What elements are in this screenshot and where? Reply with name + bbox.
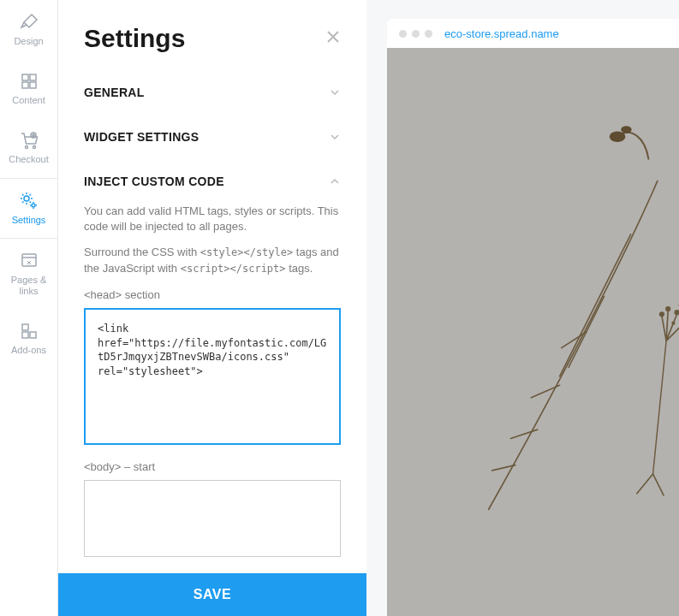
section-title: INJECT CUSTOM CODE [84,175,224,188]
browser-bar: eco-store.spread.name [387,19,679,48]
dot-icon [425,30,432,38]
svg-rect-10 [22,254,36,266]
inject-section-body: You can add valid HTML tags, styles or s… [58,204,366,578]
dot-icon [399,30,407,38]
sidebar-item-label: Pages & links [3,275,54,297]
sidebar-item-pages[interactable]: Pages & links [0,239,57,309]
svg-point-19 [659,311,664,317]
sidebar-item-label: Add-ons [11,345,46,356]
url-display: eco-store.spread.name [444,27,559,40]
svg-rect-1 [30,74,36,80]
brush-icon [19,12,39,33]
close-button[interactable] [325,29,341,48]
svg-point-5 [33,146,35,149]
sidebar-item-design[interactable]: Design [0,0,57,59]
sidebar-item-checkout[interactable]: $ Checkout [0,118,57,177]
svg-point-22 [671,322,675,325]
window-dots [399,30,432,38]
preview-pane: eco-store.spread.name [366,0,679,616]
svg-point-9 [32,204,35,207]
svg-rect-0 [22,74,28,80]
svg-rect-12 [22,324,28,330]
gear-icon [19,191,39,211]
section-title: GENERAL [84,86,145,99]
panel-title: Settings [84,24,185,53]
plant-illustration [387,48,679,616]
svg-rect-14 [30,332,36,338]
sidebar-item-label: Design [14,36,43,47]
sidebar-item-label: Checkout [9,154,48,165]
preview-image [387,48,679,616]
close-icon [325,29,341,44]
inject-desc-2: Surround the CSS with <style></style> ta… [84,245,341,275]
cart-icon: $ [19,130,39,151]
section-inject[interactable]: INJECT CUSTOM CODE [58,159,366,204]
svg-point-8 [24,196,29,201]
sidebar-item-addons[interactable]: Add-ons [0,309,57,368]
svg-point-17 [621,126,631,133]
section-general[interactable]: GENERAL [58,70,366,115]
head-section-input[interactable] [84,308,341,445]
save-button[interactable]: SAVE [58,573,366,616]
pages-icon [19,251,39,271]
panel-header: Settings [58,0,366,70]
section-widget[interactable]: WIDGET SETTINGS [58,115,366,159]
chevron-down-icon [329,86,341,98]
sidebar-item-label: Settings [12,215,46,226]
chevron-up-icon [329,175,341,187]
svg-rect-15 [387,48,679,616]
chevron-down-icon [329,131,341,143]
dot-icon [412,30,420,38]
inject-desc-1: You can add valid HTML tags, styles or s… [84,204,341,234]
grid-icon [19,71,39,92]
svg-point-21 [665,306,670,311]
sidebar-item-label: Content [12,95,45,106]
head-section-label: <head> section [84,288,341,301]
left-sidebar: Design Content $ Checkout Settings Pages… [0,0,58,616]
body-start-input[interactable] [84,480,341,557]
sidebar-item-settings[interactable]: Settings [0,178,57,239]
svg-rect-3 [30,82,36,88]
addons-icon [19,321,39,341]
svg-rect-13 [22,332,28,338]
svg-point-4 [25,146,27,149]
sidebar-item-content[interactable]: Content [0,59,57,118]
svg-point-16 [610,132,626,142]
body-start-label: <body> – start [84,460,341,473]
section-title: WIDGET SETTINGS [84,130,199,144]
svg-rect-2 [22,82,28,88]
settings-panel: Settings GENERAL WIDGET SETTINGS INJECT … [58,0,366,616]
